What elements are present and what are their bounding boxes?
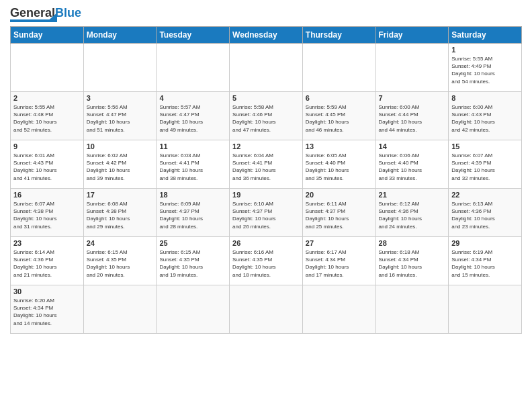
day-cell: 28Sunrise: 6:18 AM Sunset: 4:34 PM Dayli… xyxy=(375,237,449,285)
day-info: Sunrise: 6:17 AM Sunset: 4:34 PM Dayligh… xyxy=(306,248,373,279)
day-cell: 21Sunrise: 6:12 AM Sunset: 4:36 PM Dayli… xyxy=(375,189,449,237)
col-wednesday: Wednesday xyxy=(230,27,303,44)
day-cell: 13Sunrise: 6:05 AM Sunset: 4:40 PM Dayli… xyxy=(302,140,375,189)
day-cell: 4Sunrise: 5:57 AM Sunset: 4:47 PM Daylig… xyxy=(157,92,230,140)
day-cell: 16Sunrise: 6:07 AM Sunset: 4:38 PM Dayli… xyxy=(11,189,84,237)
day-number: 19 xyxy=(232,191,300,199)
logo-triangle xyxy=(46,13,57,22)
day-info: Sunrise: 6:18 AM Sunset: 4:34 PM Dayligh… xyxy=(379,248,446,279)
day-number: 1 xyxy=(451,46,519,54)
day-info: Sunrise: 6:20 AM Sunset: 4:34 PM Dayligh… xyxy=(13,297,81,327)
day-info: Sunrise: 6:09 AM Sunset: 4:37 PM Dayligh… xyxy=(159,200,226,230)
day-number: 5 xyxy=(232,94,300,102)
day-cell: 1Sunrise: 5:55 AM Sunset: 4:49 PM Daylig… xyxy=(449,44,522,92)
day-number: 25 xyxy=(159,239,226,247)
day-cell: 23Sunrise: 6:14 AM Sunset: 4:36 PM Dayli… xyxy=(11,237,84,285)
col-tuesday: Tuesday xyxy=(157,27,230,44)
day-number: 29 xyxy=(451,239,519,247)
day-number: 20 xyxy=(306,191,373,199)
week-row-5: 23Sunrise: 6:14 AM Sunset: 4:36 PM Dayli… xyxy=(11,237,522,285)
day-cell: 20Sunrise: 6:11 AM Sunset: 4:37 PM Dayli… xyxy=(302,189,375,237)
week-row-3: 9Sunrise: 6:01 AM Sunset: 4:43 PM Daylig… xyxy=(11,140,522,189)
page: GeneralBlue SundayMondayTuesdayWednesday… xyxy=(0,0,532,411)
day-cell: 8Sunrise: 6:00 AM Sunset: 4:43 PM Daylig… xyxy=(449,92,522,140)
day-info: Sunrise: 6:02 AM Sunset: 4:42 PM Dayligh… xyxy=(87,152,154,182)
day-cell xyxy=(449,285,522,334)
day-cell: 5Sunrise: 5:58 AM Sunset: 4:46 PM Daylig… xyxy=(230,92,303,140)
day-cell: 3Sunrise: 5:56 AM Sunset: 4:47 PM Daylig… xyxy=(83,92,157,140)
day-info: Sunrise: 6:16 AM Sunset: 4:35 PM Dayligh… xyxy=(232,248,300,279)
day-number: 14 xyxy=(379,142,446,150)
day-info: Sunrise: 5:56 AM Sunset: 4:47 PM Dayligh… xyxy=(87,103,154,134)
day-number: 30 xyxy=(13,287,81,295)
week-row-2: 2Sunrise: 5:55 AM Sunset: 4:48 PM Daylig… xyxy=(11,92,522,140)
day-number: 7 xyxy=(379,94,446,102)
day-cell xyxy=(230,285,303,334)
col-sunday: Sunday xyxy=(11,27,84,44)
day-cell: 26Sunrise: 6:16 AM Sunset: 4:35 PM Dayli… xyxy=(230,237,303,285)
day-info: Sunrise: 6:11 AM Sunset: 4:37 PM Dayligh… xyxy=(306,200,373,230)
day-number: 8 xyxy=(451,94,519,102)
day-cell: 11Sunrise: 6:03 AM Sunset: 4:41 PM Dayli… xyxy=(157,140,230,189)
logo: GeneralBlue xyxy=(10,7,81,22)
day-cell xyxy=(302,44,375,92)
day-info: Sunrise: 6:00 AM Sunset: 4:44 PM Dayligh… xyxy=(379,103,446,134)
day-number: 6 xyxy=(306,94,373,102)
day-cell xyxy=(375,285,449,334)
day-number: 11 xyxy=(159,142,226,150)
col-monday: Monday xyxy=(83,27,157,44)
day-cell: 27Sunrise: 6:17 AM Sunset: 4:34 PM Dayli… xyxy=(302,237,375,285)
day-cell: 2Sunrise: 5:55 AM Sunset: 4:48 PM Daylig… xyxy=(11,92,84,140)
day-number: 2 xyxy=(13,94,81,102)
day-info: Sunrise: 6:08 AM Sunset: 4:38 PM Dayligh… xyxy=(87,200,154,230)
day-info: Sunrise: 6:12 AM Sunset: 4:36 PM Dayligh… xyxy=(379,200,446,230)
day-number: 10 xyxy=(87,142,154,150)
day-info: Sunrise: 6:04 AM Sunset: 4:41 PM Dayligh… xyxy=(232,152,300,182)
day-info: Sunrise: 6:07 AM Sunset: 4:38 PM Dayligh… xyxy=(13,200,81,230)
day-cell: 24Sunrise: 6:15 AM Sunset: 4:35 PM Dayli… xyxy=(83,237,157,285)
day-cell: 10Sunrise: 6:02 AM Sunset: 4:42 PM Dayli… xyxy=(83,140,157,189)
day-info: Sunrise: 6:19 AM Sunset: 4:34 PM Dayligh… xyxy=(451,248,519,279)
header-row: SundayMondayTuesdayWednesdayThursdayFrid… xyxy=(11,27,522,44)
day-number: 28 xyxy=(379,239,446,247)
day-cell xyxy=(375,44,449,92)
day-info: Sunrise: 6:13 AM Sunset: 4:36 PM Dayligh… xyxy=(451,200,519,230)
header: GeneralBlue xyxy=(10,7,522,22)
day-number: 3 xyxy=(87,94,154,102)
day-number: 24 xyxy=(87,239,154,247)
day-cell: 7Sunrise: 6:00 AM Sunset: 4:44 PM Daylig… xyxy=(375,92,449,140)
day-number: 26 xyxy=(232,239,300,247)
day-info: Sunrise: 5:55 AM Sunset: 4:48 PM Dayligh… xyxy=(13,103,81,134)
day-number: 13 xyxy=(306,142,373,150)
day-info: Sunrise: 6:10 AM Sunset: 4:37 PM Dayligh… xyxy=(232,200,300,230)
day-number: 4 xyxy=(159,94,226,102)
day-cell: 30Sunrise: 6:20 AM Sunset: 4:34 PM Dayli… xyxy=(11,285,84,334)
day-cell xyxy=(157,44,230,92)
day-number: 23 xyxy=(13,239,81,247)
day-number: 9 xyxy=(13,142,81,150)
day-cell xyxy=(230,44,303,92)
logo-blue: Blue xyxy=(55,6,81,19)
day-cell: 19Sunrise: 6:10 AM Sunset: 4:37 PM Dayli… xyxy=(230,189,303,237)
col-thursday: Thursday xyxy=(302,27,375,44)
day-cell: 18Sunrise: 6:09 AM Sunset: 4:37 PM Dayli… xyxy=(157,189,230,237)
day-cell xyxy=(83,44,157,92)
day-cell: 6Sunrise: 5:59 AM Sunset: 4:45 PM Daylig… xyxy=(302,92,375,140)
day-cell: 17Sunrise: 6:08 AM Sunset: 4:38 PM Dayli… xyxy=(83,189,157,237)
day-info: Sunrise: 5:58 AM Sunset: 4:46 PM Dayligh… xyxy=(232,103,300,134)
day-cell: 12Sunrise: 6:04 AM Sunset: 4:41 PM Dayli… xyxy=(230,140,303,189)
day-cell: 9Sunrise: 6:01 AM Sunset: 4:43 PM Daylig… xyxy=(11,140,84,189)
day-info: Sunrise: 5:59 AM Sunset: 4:45 PM Dayligh… xyxy=(306,103,373,134)
day-number: 27 xyxy=(306,239,373,247)
day-cell: 29Sunrise: 6:19 AM Sunset: 4:34 PM Dayli… xyxy=(449,237,522,285)
day-number: 15 xyxy=(451,142,519,150)
calendar-table: SundayMondayTuesdayWednesdayThursdayFrid… xyxy=(10,26,522,334)
day-cell xyxy=(83,285,157,334)
week-row-4: 16Sunrise: 6:07 AM Sunset: 4:38 PM Dayli… xyxy=(11,189,522,237)
day-info: Sunrise: 6:15 AM Sunset: 4:35 PM Dayligh… xyxy=(159,248,226,279)
day-info: Sunrise: 5:57 AM Sunset: 4:47 PM Dayligh… xyxy=(159,103,226,134)
day-info: Sunrise: 6:00 AM Sunset: 4:43 PM Dayligh… xyxy=(451,103,519,134)
day-number: 12 xyxy=(232,142,300,150)
day-cell: 14Sunrise: 6:06 AM Sunset: 4:40 PM Dayli… xyxy=(375,140,449,189)
week-row-1: 1Sunrise: 5:55 AM Sunset: 4:49 PM Daylig… xyxy=(11,44,522,92)
